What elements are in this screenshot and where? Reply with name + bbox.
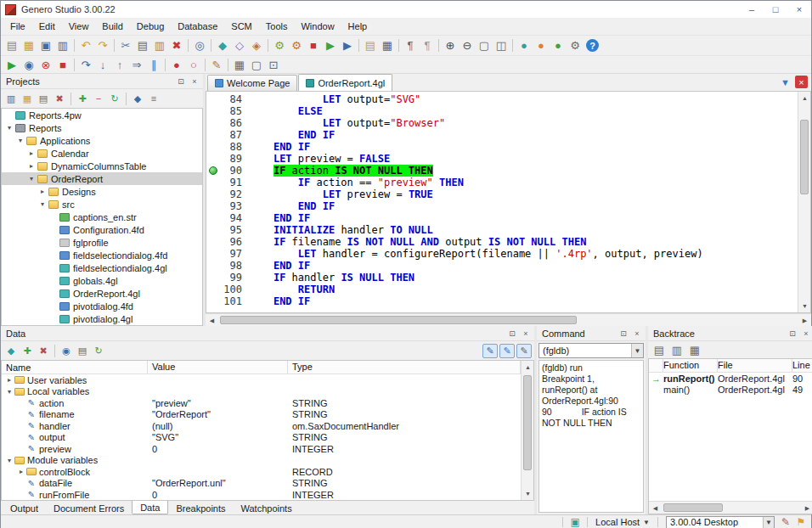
stop-build-icon[interactable]: ■ [305,37,322,53]
tree-item-pivotdialog-4gl[interactable]: pivotdialog.4gl [2,312,202,325]
delete-icon[interactable]: ✖ [168,37,185,53]
code-line-91[interactable]: 91 IF action == "preview" THEN [206,177,798,188]
close-panel-icon[interactable]: × [800,328,812,340]
scroll-left-icon[interactable]: ◀ [206,314,218,327]
tree-item-dynamiccolumnstable[interactable]: ▸DynamicColumnsTable [2,160,202,172]
float-panel-icon[interactable]: ⊡ [506,328,518,340]
code-line-85[interactable]: 85 ELSE [206,105,798,117]
code-line-98[interactable]: 98 END IF [206,260,798,272]
reset-layout-icon[interactable]: ▢ [248,57,265,73]
scroll-up-icon[interactable]: ▲ [798,92,811,104]
data-row-handler[interactable]: ✎handler(null)om.SaxDocumentHandler [2,420,521,432]
scroll-up-icon[interactable]: ▲ [522,361,534,374]
editor-vertical-scrollbar[interactable]: ▲ ▼ [798,92,810,312]
proj-properties-icon[interactable]: ≡ [146,92,161,106]
cut-icon[interactable]: ✂ [117,37,134,53]
menu-view[interactable]: View [62,20,96,33]
column-header-type[interactable]: Type [288,361,521,374]
comment-icon[interactable]: ¶ [419,37,436,53]
expander-icon[interactable]: ▾ [15,137,25,144]
scroll-left-icon[interactable]: ◀ [649,502,662,514]
disable-breakpoints-icon[interactable]: ○ [185,57,202,73]
scroll-thumb[interactable] [800,120,809,194]
data-delete-icon[interactable]: ✖ [36,344,51,358]
expander-icon[interactable]: ▾ [4,124,14,132]
expander-icon[interactable]: ▾ [4,388,14,396]
zoom-out-icon[interactable]: ⊖ [459,37,476,53]
code-area[interactable]: 84 LET output="SVG"85 ELSE86 LET output=… [206,92,798,312]
data-row-local-variables[interactable]: ▾Local variables [2,386,521,398]
gre-icon[interactable]: ● [550,37,567,53]
code-line-93[interactable]: 93 END IF [206,200,798,212]
proj-link-editor-icon[interactable]: ◆ [130,92,145,106]
column-header-file[interactable]: File [718,359,792,372]
menu-build[interactable]: Build [95,20,129,33]
save-icon[interactable]: ▣ [37,37,54,53]
schema-icon[interactable]: ▦ [379,37,396,53]
new-report-icon[interactable]: ◈ [248,37,265,53]
panel-tab-data[interactable]: Data [132,501,168,514]
code-line-90[interactable]: 90 IF action IS NOT NULL THEN [206,165,798,177]
tree-item-fieldselectiondialog-4fd[interactable]: fieldselectiondialog.4fd [2,249,202,261]
data-row-filename[interactable]: ✎filename"OrderReport"STRING [2,409,521,421]
new-project-icon[interactable]: ◆ [214,37,231,53]
column-header-value[interactable]: Value [148,361,288,374]
undo-icon[interactable]: ↶ [77,37,94,53]
proj-new-group-icon[interactable]: ▦ [20,92,35,106]
edit-expression-icon[interactable]: ✎ [499,344,515,358]
close-panel-icon[interactable]: × [189,76,200,87]
scroll-track[interactable] [662,502,801,514]
tree-item-configuration-4fd[interactable]: Configuration.4fd [2,223,202,236]
panel-tab-output[interactable]: Output [3,501,46,514]
code-line-92[interactable]: 92 LET preview = TRUE [206,188,798,200]
proj-save-all-icon[interactable]: ▥ [3,92,19,106]
client-version-select[interactable]: 3.00.04 Desktop ▼ [666,516,775,528]
preferences-icon[interactable]: ⚙ [567,37,584,53]
code-line-88[interactable]: 88 END IF [206,141,798,153]
data-copy-icon[interactable]: ▤ [75,344,90,358]
tree-item-reports-4pw[interactable]: Reports.4pw [2,109,202,121]
edit-format-icon[interactable]: ✎ [516,344,532,358]
menu-debug[interactable]: Debug [130,20,171,33]
proj-remove-icon[interactable]: ✖ [52,92,67,106]
code-line-87[interactable]: 87 END IF [206,129,798,141]
debugger-select[interactable]: (fgldb) ▼ [539,343,644,358]
scroll-thumb[interactable] [523,375,532,470]
data-row-action[interactable]: ✎action"preview"STRING [2,397,521,409]
proj-expand-all-icon[interactable]: ✚ [75,92,90,106]
code-line-100[interactable]: 100 RETURN [206,284,798,295]
help-icon[interactable]: ? [586,39,599,52]
data-row-controlblock[interactable]: ▸controlBlockRECORD [2,466,521,478]
float-panel-icon[interactable]: ⊡ [617,328,629,340]
rebuild-icon[interactable]: ⚙ [288,37,305,53]
minimize-button[interactable]: – [740,1,764,18]
gdc-status-icon[interactable]: ▣ [567,516,583,528]
data-row-output[interactable]: ✎output"SVG"STRING [2,432,521,444]
expander-icon[interactable]: ▾ [4,457,14,464]
column-header-line[interactable]: Line [792,359,812,372]
gbc-icon[interactable]: ● [533,37,550,53]
tree-item-globals-4gl[interactable]: globals.4gl [2,274,202,287]
step-out-icon[interactable]: ↑ [111,57,128,73]
paste-icon[interactable]: ▥ [151,37,168,53]
code-line-99[interactable]: 99 IF handler IS NULL THEN [206,272,798,284]
step-over-icon[interactable]: ↷ [77,57,94,73]
tree-item-applications[interactable]: ▾Applications [2,134,202,147]
new-form-icon[interactable]: ◇ [231,37,248,53]
maximize-button[interactable]: □ [764,1,787,18]
menu-database[interactable]: Database [171,20,224,33]
close-document-icon[interactable]: × [795,76,808,88]
edit-wand-icon[interactable]: ✎ [208,57,225,73]
tree-item-src[interactable]: ▾src [2,198,202,211]
show-panels-icon[interactable]: ▦ [231,57,248,73]
expander-icon[interactable]: ▸ [26,162,37,170]
column-header-function[interactable]: Function [663,359,718,372]
redo-icon[interactable]: ↷ [94,37,111,53]
editor-horizontal-scrollbar[interactable]: ◀ ▶ [206,313,811,326]
open-icon[interactable]: ▦ [20,37,37,53]
continue-icon[interactable]: ⇒ [128,57,145,73]
data-vertical-scrollbar[interactable]: ▲ ▼ [521,361,533,500]
tab-orderreport-4gl[interactable]: OrderReport.4gl [298,74,392,91]
menu-file[interactable]: File [3,20,32,33]
code-line-97[interactable]: 97 LET handler = configureReport(filenam… [206,248,798,260]
